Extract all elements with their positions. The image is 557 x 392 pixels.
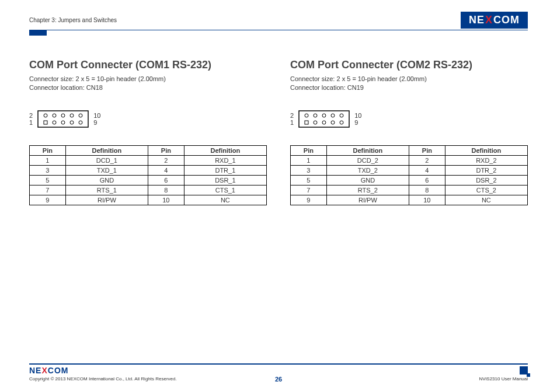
svg-point-20 xyxy=(331,121,335,124)
logo-text-x: X xyxy=(485,14,493,26)
cell: 6 xyxy=(148,175,184,185)
cell: 4 xyxy=(409,165,445,175)
cell: 3 xyxy=(291,165,327,175)
cell: 10 xyxy=(409,195,445,205)
svg-point-5 xyxy=(79,114,82,117)
th-pin: Pin xyxy=(148,145,184,155)
th-pin: Pin xyxy=(30,145,66,155)
svg-point-12 xyxy=(305,114,308,117)
svg-rect-0 xyxy=(38,111,88,127)
table-row: 7RTS_28CTS_2 xyxy=(291,185,528,195)
pin-label: 2 xyxy=(290,112,294,119)
cell: DSR_1 xyxy=(184,175,266,185)
logo-text-pre: NE xyxy=(469,14,485,26)
svg-point-15 xyxy=(331,114,335,117)
header-tab-accent xyxy=(29,30,47,36)
cell: DCD_1 xyxy=(65,155,148,165)
svg-point-7 xyxy=(53,121,56,124)
table-row: 3TXD_24DTR_2 xyxy=(291,165,528,175)
pin-labels-right: 10 9 xyxy=(93,112,100,126)
cell: DCD_2 xyxy=(326,155,409,165)
chapter-title: Chapter 3: Jumpers and Switches xyxy=(29,17,117,23)
cell: 1 xyxy=(30,155,66,165)
cell: NC xyxy=(445,195,527,205)
cell: 7 xyxy=(291,185,327,195)
pin-label: 1 xyxy=(29,119,33,126)
cell: 10 xyxy=(148,195,184,205)
cell: TXD_1 xyxy=(65,165,148,175)
th-def: Definition xyxy=(445,145,527,155)
connector-icon xyxy=(37,110,89,128)
cell: RI/PW xyxy=(326,195,409,205)
table-header-row: Pin Definition Pin Definition xyxy=(30,145,267,155)
section-title: COM Port Connecter (COM2 RS-232) xyxy=(290,59,528,71)
cell: 4 xyxy=(148,165,184,175)
svg-point-8 xyxy=(61,121,65,124)
section-com1: COM Port Connecter (COM1 RS-232) Connect… xyxy=(29,59,267,205)
svg-point-4 xyxy=(70,114,74,117)
table-row: 1DCD_12RXD_1 xyxy=(30,155,267,165)
table-header-row: Pin Definition Pin Definition xyxy=(291,145,528,155)
connector-location: Connector location: CN18 xyxy=(29,83,267,92)
connector-size: Connector size: 2 x 5 = 10-pin header (2… xyxy=(290,75,528,83)
pin-table: Pin Definition Pin Definition 1DCD_22RXD… xyxy=(290,145,528,205)
cell: 8 xyxy=(409,185,445,195)
svg-point-2 xyxy=(53,114,56,117)
connector-location: Connector location: CN19 xyxy=(290,83,528,92)
cell: 2 xyxy=(148,155,184,165)
cell: 9 xyxy=(30,195,66,205)
th-def: Definition xyxy=(65,145,148,155)
connector-icon xyxy=(298,110,350,128)
section-com2: COM Port Connecter (COM2 RS-232) Connect… xyxy=(290,59,528,205)
svg-point-13 xyxy=(314,114,317,117)
table-row: 7RTS_18CTS_1 xyxy=(30,185,267,195)
cell: RTS_2 xyxy=(326,185,409,195)
cell: 8 xyxy=(148,185,184,195)
pin-label: 9 xyxy=(93,119,100,126)
brand-logo: NEXCOM xyxy=(461,12,528,29)
cell: 2 xyxy=(409,155,445,165)
pin-labels-left: 2 1 xyxy=(290,112,294,126)
connector-diagram: 2 1 10 9 xyxy=(29,110,267,128)
manual-name: NViS2310 User Manual xyxy=(479,376,528,382)
pin-label: 2 xyxy=(29,112,33,119)
logo-text-post: COM xyxy=(493,14,520,26)
pin-label: 10 xyxy=(354,112,361,119)
cell: TXD_2 xyxy=(326,165,409,175)
page-number: 26 xyxy=(275,376,282,383)
logo-text-x: X xyxy=(41,366,47,375)
svg-point-18 xyxy=(314,121,317,124)
svg-point-3 xyxy=(61,114,65,117)
table-row: 1DCD_22RXD_2 xyxy=(291,155,528,165)
cell: 1 xyxy=(291,155,327,165)
copyright-text: Copyright © 2013 NEXCOM International Co… xyxy=(29,376,177,382)
svg-point-21 xyxy=(340,121,343,124)
cell: 3 xyxy=(30,165,66,175)
section-title: COM Port Connecter (COM1 RS-232) xyxy=(29,59,267,71)
th-def: Definition xyxy=(184,145,266,155)
svg-rect-6 xyxy=(44,121,47,124)
svg-point-19 xyxy=(322,121,326,124)
cell: GND xyxy=(326,175,409,185)
cell: RXD_1 xyxy=(184,155,266,165)
connector-diagram: 2 1 10 9 xyxy=(290,110,528,128)
svg-point-1 xyxy=(44,114,47,117)
cell: 7 xyxy=(30,185,66,195)
svg-point-9 xyxy=(70,121,74,124)
th-def: Definition xyxy=(326,145,409,155)
table-row: 9RI/PW10NC xyxy=(30,195,267,205)
table-row: 5GND6DSR_1 xyxy=(30,175,267,185)
cell: DTR_2 xyxy=(445,165,527,175)
pin-labels-left: 2 1 xyxy=(29,112,33,126)
svg-rect-11 xyxy=(299,111,349,127)
pin-labels-right: 10 9 xyxy=(354,112,361,126)
cell: CTS_1 xyxy=(184,185,266,195)
cell: 9 xyxy=(291,195,327,205)
pin-label: 10 xyxy=(93,112,100,119)
cell: NC xyxy=(184,195,266,205)
footer-accent-icon xyxy=(520,366,528,374)
cell: GND xyxy=(65,175,148,185)
pin-table: Pin Definition Pin Definition 1DCD_12RXD… xyxy=(29,145,267,205)
cell: RTS_1 xyxy=(65,185,148,195)
table-row: 9RI/PW10NC xyxy=(291,195,528,205)
